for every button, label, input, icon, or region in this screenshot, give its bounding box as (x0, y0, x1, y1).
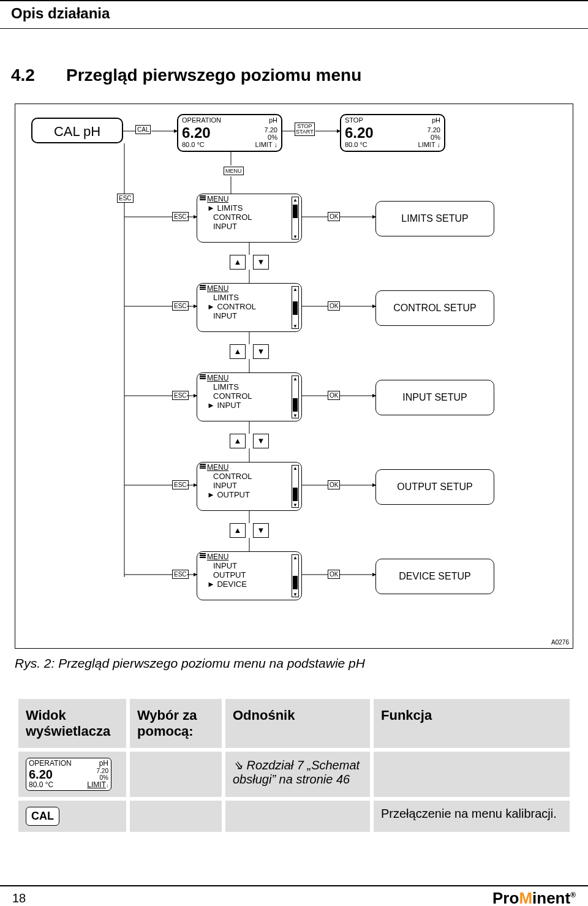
cell-ref-2 (225, 801, 370, 832)
brand-mid: M (519, 889, 532, 906)
figure-caption: Rys. 2: Przegląd pierwszego poziomu menu… (15, 656, 588, 671)
cell-func-2: Przełączenie na menu kalibracji. (374, 801, 570, 832)
tbl-lcd-tl: OPERATION (29, 760, 72, 768)
tbl-lcd-mr: 7.20 (97, 768, 108, 774)
tbl-lcd-bl: 80.0 °C (29, 781, 53, 789)
page-number: 18 (12, 891, 26, 905)
th-reference: Odnośnik (225, 699, 370, 748)
page-footer: 18 ProMinent® (0, 885, 588, 891)
cell-ref-1: ⇘ Rozdział 7 „Schemat obsługi” na stroni… (225, 752, 370, 797)
cell-lcd-operation: OPERATIONpH 6.20 7.200% 80.0 °CLIMIT↓ (18, 752, 126, 797)
th-function: Funkcja (374, 699, 570, 748)
brand-logo: ProMinent® (492, 889, 576, 906)
tbl-lcd-tr: pH (99, 760, 108, 768)
section-title-text: Przegląd pierwszego poziomu menu (66, 66, 361, 85)
reference-icon: ⇘ (233, 758, 243, 772)
display-function-table: Widok wyświet­lacza Wybór za pomocą: Odn… (15, 695, 573, 836)
page-header-title: Opis działania (11, 5, 110, 21)
cell-select-2 (130, 801, 222, 832)
cell-select-1 (130, 752, 222, 797)
section-number: 4.2 (11, 66, 66, 85)
th-select: Wybór za pomocą: (130, 699, 222, 748)
th-display: Widok wyświet­lacza (18, 699, 126, 748)
tbl-lcd-br: LIMIT (87, 780, 106, 789)
brand-reg: ® (570, 891, 576, 899)
cell-cal-button: CAL (18, 801, 126, 832)
diagram-id: A0276 (551, 639, 569, 646)
cell-func-1 (374, 752, 570, 797)
tbl-lcd-big: 6.20 (29, 768, 53, 781)
ref-text-1: Rozdział 7 „Schemat obsługi” na stronie … (233, 758, 360, 786)
brand-post: inent (532, 889, 570, 906)
menu-overview-diagram: CAL pH CAL OPERATION pH 6.20 7.20 0% 80.… (15, 104, 573, 649)
brand-pre: Pro (492, 889, 519, 906)
section-heading: 4.2Przegląd pierwszego poziomu menu (11, 66, 588, 85)
diagram-connectors (15, 104, 573, 649)
cal-button-graphic: CAL (26, 807, 59, 826)
